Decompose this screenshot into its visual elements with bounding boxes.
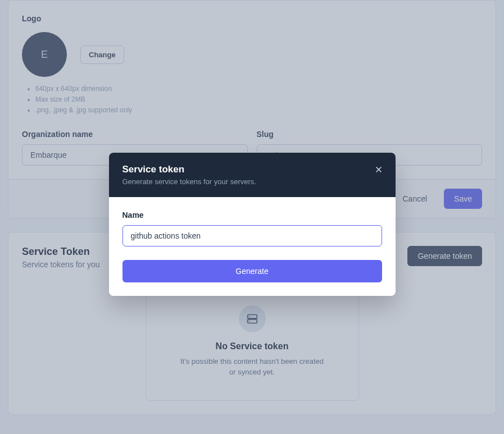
modal-header: Service token Generate service tokens fo… [109,153,396,197]
modal-overlay[interactable]: Service token Generate service tokens fo… [0,0,504,434]
modal-subtitle: Generate service tokens for your servers… [122,177,382,186]
token-name-input[interactable] [122,225,382,246]
close-button[interactable] [372,163,385,178]
modal-title: Service token [122,164,382,175]
close-icon [374,165,383,174]
modal-body: Name Generate [109,197,396,296]
generate-button[interactable]: Generate [122,260,382,282]
service-token-modal: Service token Generate service tokens fo… [109,153,396,296]
modal-name-label: Name [122,211,382,220]
